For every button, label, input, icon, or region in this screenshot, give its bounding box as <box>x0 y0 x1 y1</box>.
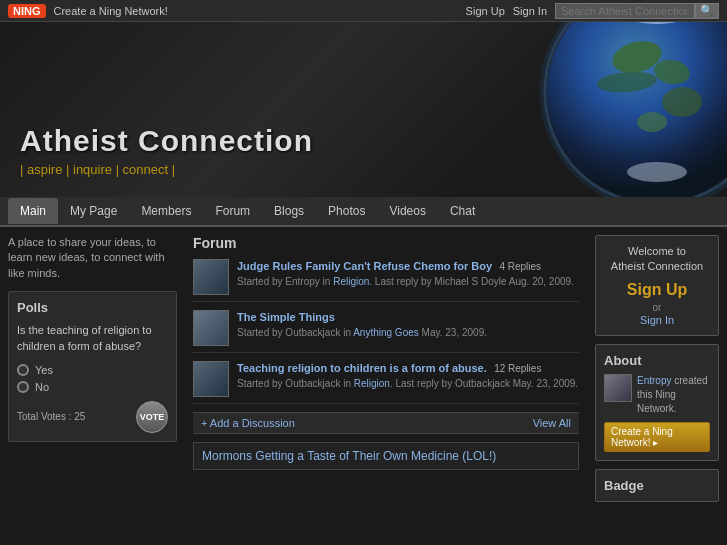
badge-box: Badge <box>595 469 719 502</box>
featured-post: Mormons Getting a Taste of Their Own Med… <box>193 442 579 470</box>
forum-item-meta: Started by Outbackjack in Religion. Last… <box>237 377 579 390</box>
poll-label-no: No <box>35 381 49 393</box>
add-discussion-link[interactable]: + Add a Discussion <box>201 417 295 429</box>
forum-item-replies: 12 Replies <box>494 363 541 374</box>
site-title: Atheist Connection <box>20 124 313 158</box>
signin-link[interactable]: Sign In <box>640 314 674 326</box>
forum-title: Forum <box>193 235 579 251</box>
poll-total: Total Votes : 25 <box>17 411 85 422</box>
right-sidebar: Welcome toAtheist Connection Sign Up or … <box>587 227 727 545</box>
nav-bar: Main My Page Members Forum Blogs Photos … <box>0 197 727 227</box>
about-box: About Entropy created this Ning Network.… <box>595 344 719 461</box>
tab-mypage[interactable]: My Page <box>58 198 129 224</box>
tab-videos[interactable]: Videos <box>377 198 437 224</box>
poll-footer: Total Votes : 25 VOTE <box>17 401 168 433</box>
sidebar-description: A place to share your ideas, to learn ne… <box>8 235 177 281</box>
create-network-button[interactable]: Create a Ning Network! ▸ <box>604 422 710 452</box>
forum-item-content: Teaching religion to children is a form … <box>237 361 579 397</box>
about-text: Entropy created this Ning Network. <box>637 374 710 416</box>
polls-section: Polls Is the teaching of religion to chi… <box>8 291 177 442</box>
or-text: or <box>604 302 710 313</box>
poll-option-yes[interactable]: Yes <box>17 364 168 376</box>
poll-option-no[interactable]: No <box>17 381 168 393</box>
poll-radio-yes[interactable] <box>17 364 29 376</box>
main-content: Forum Judge Rules Family Can't Refuse Ch… <box>185 227 587 545</box>
poll-label-yes: Yes <box>35 364 53 376</box>
forum-category-link[interactable]: Anything Goes <box>353 327 419 338</box>
search-box: 🔍 <box>555 3 719 19</box>
tab-members[interactable]: Members <box>129 198 203 224</box>
svg-point-4 <box>662 87 702 117</box>
view-all-link[interactable]: View All <box>533 417 571 429</box>
tab-main[interactable]: Main <box>8 198 58 224</box>
search-button[interactable]: 🔍 <box>695 3 719 19</box>
forum-item-title[interactable]: Teaching religion to children is a form … <box>237 362 487 374</box>
forum-item-content: The Simple Things Started by Outbackjack… <box>237 310 579 346</box>
ning-logo[interactable]: NING <box>8 4 46 18</box>
svg-point-7 <box>627 162 687 182</box>
entropy-link[interactable]: Entropy <box>637 375 671 386</box>
svg-point-5 <box>637 112 667 132</box>
tab-forum[interactable]: Forum <box>203 198 262 224</box>
left-sidebar: A place to share your ideas, to learn ne… <box>0 227 185 545</box>
top-bar: NING Create a Ning Network! Sign Up Sign… <box>0 0 727 22</box>
about-title: About <box>604 353 710 368</box>
forum-item-replies: 4 Replies <box>499 261 541 272</box>
header-text: Atheist Connection | aspire | inquire | … <box>20 124 313 177</box>
add-discussion-bar: + Add a Discussion View All <box>193 412 579 434</box>
forum-category-link[interactable]: Religion <box>354 378 390 389</box>
avatar <box>193 310 229 346</box>
forum-item: Judge Rules Family Can't Refuse Chemo fo… <box>193 259 579 302</box>
about-content: Entropy created this Ning Network. <box>604 374 710 416</box>
featured-post-title[interactable]: Mormons Getting a Taste of Their Own Med… <box>202 449 570 463</box>
create-ning-link[interactable]: Create a Ning Network! <box>54 5 168 17</box>
avatar <box>193 259 229 295</box>
forum-category-link[interactable]: Religion <box>333 276 369 287</box>
poll-question: Is the teaching of religion to children … <box>17 323 168 354</box>
forum-item-title[interactable]: Judge Rules Family Can't Refuse Chemo fo… <box>237 260 492 272</box>
polls-title: Polls <box>17 300 168 315</box>
signup-link-top[interactable]: Sign Up <box>466 5 505 17</box>
tab-chat[interactable]: Chat <box>438 198 487 224</box>
top-bar-left: NING Create a Ning Network! <box>8 4 168 18</box>
forum-item-meta: Started by Entropy in Religion. Last rep… <box>237 275 579 288</box>
about-avatar <box>604 374 632 402</box>
content-area: A place to share your ideas, to learn ne… <box>0 227 727 545</box>
welcome-title: Welcome toAtheist Connection <box>604 244 710 275</box>
forum-item: The Simple Things Started by Outbackjack… <box>193 310 579 353</box>
globe-graphic <box>497 22 727 197</box>
avatar <box>193 361 229 397</box>
badge-title: Badge <box>604 478 710 493</box>
site-header: Atheist Connection | aspire | inquire | … <box>0 22 727 197</box>
tab-photos[interactable]: Photos <box>316 198 377 224</box>
forum-item-title[interactable]: The Simple Things <box>237 311 335 323</box>
signin-link-top[interactable]: Sign In <box>513 5 547 17</box>
signup-link[interactable]: Sign Up <box>604 281 710 299</box>
forum-item-meta: Started by Outbackjack in Anything Goes … <box>237 326 579 339</box>
vote-button[interactable]: VOTE <box>136 401 168 433</box>
search-input[interactable] <box>555 3 695 19</box>
welcome-box: Welcome toAtheist Connection Sign Up or … <box>595 235 719 336</box>
site-tagline: | aspire | inquire | connect | <box>20 162 313 177</box>
forum-item: Teaching religion to children is a form … <box>193 361 579 404</box>
poll-radio-no[interactable] <box>17 381 29 393</box>
tab-blogs[interactable]: Blogs <box>262 198 316 224</box>
top-bar-right: Sign Up Sign In 🔍 <box>466 3 719 19</box>
forum-item-content: Judge Rules Family Can't Refuse Chemo fo… <box>237 259 579 295</box>
